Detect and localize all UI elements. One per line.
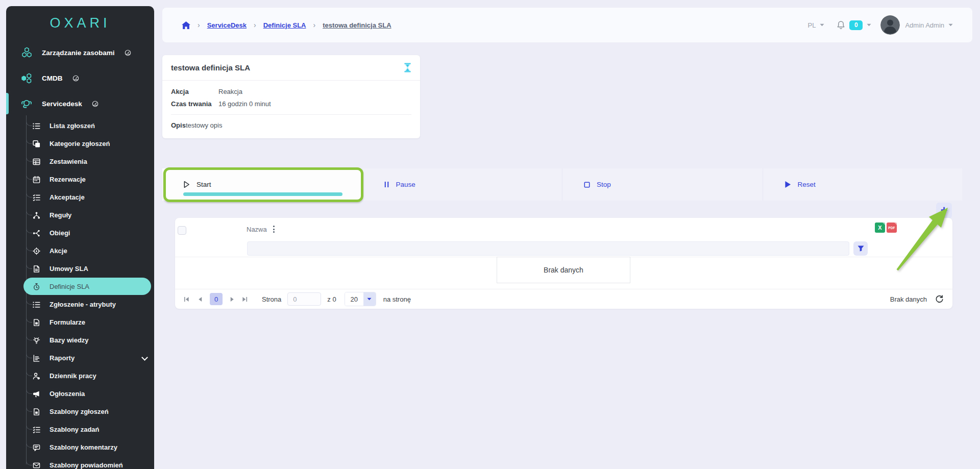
sidebar-item-label: Szablony zgłoszeń xyxy=(50,408,109,415)
cmdb-hexagons-icon xyxy=(20,72,33,85)
sidebar-item-label: Lista zgłoszeń xyxy=(50,122,95,130)
language-label[interactable]: PL xyxy=(808,21,816,29)
pause-button[interactable]: Pause xyxy=(363,168,562,201)
funnel-icon xyxy=(857,245,864,252)
sidebar-item-rezerwacje[interactable]: Rezerwacje xyxy=(6,170,154,188)
table-icon xyxy=(33,158,40,165)
home-icon[interactable] xyxy=(182,21,190,29)
sidebar-item-umowy-sla[interactable]: Umowy SLA xyxy=(6,260,154,278)
sidebar-item-label: Kategorie zgłoszeń xyxy=(50,140,110,147)
sidebar-item-zgloszenie-atrybuty[interactable]: Zgłoszenie - atrybuty xyxy=(6,295,154,313)
sidebar-item-label: Ogłoszenia xyxy=(50,390,85,398)
page-size-select[interactable]: 20 xyxy=(345,292,376,306)
sidebar-item-label: Szablony komentarzy xyxy=(50,443,117,451)
sidebar-item-szablony-zadan[interactable]: Szablony zadań xyxy=(6,421,154,438)
column-header-label: Nazwa xyxy=(247,226,267,233)
comment-icon xyxy=(33,443,40,451)
page-number-input[interactable] xyxy=(287,292,321,306)
topbar-right: PL 0 Admin Admin xyxy=(808,15,953,35)
sla-definitions-table: Nazwa X PDF Brak danych 0 Strona z 0 20 xyxy=(175,218,952,309)
hierarchy-icon xyxy=(33,211,40,219)
table-header-row: Nazwa X PDF xyxy=(175,218,952,241)
sidebar-item-kategorie-zgloszen[interactable]: Kategorie zgłoszeń xyxy=(6,135,154,153)
sla-card-title: testowa definicja SLA xyxy=(171,63,250,72)
pause-label: Pause xyxy=(396,181,415,188)
last-page-button[interactable] xyxy=(242,297,248,302)
page-count-label: z 0 xyxy=(327,295,336,303)
reset-play-icon xyxy=(785,181,791,188)
reset-button[interactable]: Reset xyxy=(764,168,963,201)
export-excel-icon[interactable]: X xyxy=(875,223,885,233)
sidebar-item-szablony-komentarzy[interactable]: Szablony komentarzy xyxy=(6,438,154,456)
sidebar-item-reguly[interactable]: Reguły xyxy=(6,206,154,224)
notifications-bell-icon[interactable] xyxy=(837,20,845,30)
user-menu-caret-icon[interactable] xyxy=(948,23,953,27)
sidebar-item-akceptacje[interactable]: Akceptacje xyxy=(6,188,154,206)
language-caret-icon[interactable] xyxy=(820,23,824,27)
start-label: Start xyxy=(197,181,211,188)
oxari-logo: OXARI xyxy=(6,6,154,40)
sidebar-item-zestawienia[interactable]: Zestawienia xyxy=(6,153,154,170)
stop-icon xyxy=(584,182,590,188)
active-section-indicator xyxy=(6,93,9,114)
sidebar-section-label: Servicedesk xyxy=(42,100,82,108)
sidebar-item-szablony-powiadomien[interactable]: Szablony powiadomień xyxy=(6,456,154,469)
previous-page-button[interactable] xyxy=(198,297,203,302)
servicedesk-icon xyxy=(20,97,33,110)
announcement-icon xyxy=(33,390,40,398)
breadcrumb-current-page: testowa definicja SLA xyxy=(323,21,391,29)
gauge-icon xyxy=(72,75,79,82)
sidebar-item-label: Zgłoszenie - atrybuty xyxy=(50,301,116,308)
breadcrumb-definicje-sla[interactable]: Definicje SLA xyxy=(263,21,306,29)
sidebar-item-label: Akcje xyxy=(50,247,67,255)
sidebar-item-label: Formularze xyxy=(50,318,85,326)
sidebar-section-servicedesk[interactable]: Servicedesk xyxy=(6,91,154,116)
table-filter-row xyxy=(175,241,952,257)
sidebar-item-szablony-zgloszen[interactable]: Szablony zgłoszeń xyxy=(6,403,154,421)
filter-funnel-button[interactable] xyxy=(853,241,868,256)
sidebar-items: Lista zgłoszeń Kategorie zgłoszeń Zestaw… xyxy=(6,117,154,469)
sidebar-item-obiegi[interactable]: Obiegi xyxy=(6,224,154,242)
refresh-icon[interactable] xyxy=(935,295,944,304)
column-filter-input[interactable] xyxy=(247,241,849,256)
sidebar-item-ogloszenia[interactable]: Ogłoszenia xyxy=(6,385,154,403)
sidebar-section-zarzadzanie-zasobami[interactable]: Zarządzanie zasobami xyxy=(6,40,154,65)
select-all-checkbox[interactable] xyxy=(178,226,186,235)
report-icon xyxy=(33,354,40,362)
table-body-empty: Brak danych xyxy=(175,257,952,290)
first-page-button[interactable] xyxy=(184,297,189,302)
checklist-icon xyxy=(33,426,40,433)
breadcrumb-servicedesk[interactable]: ServiceDesk xyxy=(207,21,247,29)
add-button[interactable]: + xyxy=(936,203,952,218)
column-menu-kebab-icon[interactable] xyxy=(273,225,275,233)
workflow-icon xyxy=(33,229,40,237)
stop-button[interactable]: Stop xyxy=(563,168,762,201)
sidebar-item-akcje[interactable]: Akcje xyxy=(6,242,154,260)
list-icon xyxy=(33,122,40,130)
sidebar-item-label: Rezerwacje xyxy=(50,176,86,183)
notifications-caret-icon[interactable] xyxy=(867,23,871,27)
user-avatar[interactable] xyxy=(880,15,900,35)
next-page-button[interactable] xyxy=(229,297,235,302)
sidebar-item-definicje-sla[interactable]: Definicje SLA xyxy=(6,278,154,295)
sidebar-item-bazy-wiedzy[interactable]: Bazy wiedzy xyxy=(6,331,154,349)
current-page-button[interactable]: 0 xyxy=(210,293,223,305)
sidebar-item-label: Definicje SLA xyxy=(50,283,89,290)
sidebar-sections: Zarządzanie zasobami CMDB Servicedesk xyxy=(6,40,154,116)
export-pdf-icon[interactable]: PDF xyxy=(887,223,897,233)
assets-hexagons-icon xyxy=(20,46,33,59)
play-icon xyxy=(183,181,190,188)
page-size-caret-icon xyxy=(363,292,376,306)
user-name: Admin Admin xyxy=(905,21,944,29)
sla-opis-value: testowy opis xyxy=(186,121,223,129)
sidebar-item-formularze[interactable]: Formularze xyxy=(6,313,154,331)
sidebar-item-label: Dziennik pracy xyxy=(50,372,96,380)
sidebar-item-lista-zgloszen[interactable]: Lista zgłoszeń xyxy=(6,117,154,135)
notification-count-badge: 0 xyxy=(849,20,863,30)
column-header-nazwa: Nazwa xyxy=(247,225,275,233)
sla-row-opis: Opistestowy opis xyxy=(171,121,411,129)
sidebar-section-cmdb[interactable]: CMDB xyxy=(6,65,154,91)
sidebar-item-dziennik-pracy[interactable]: Dziennik pracy xyxy=(6,367,154,385)
sidebar-item-raporty[interactable]: Raporty xyxy=(6,349,154,367)
start-button[interactable]: Start xyxy=(162,168,361,201)
